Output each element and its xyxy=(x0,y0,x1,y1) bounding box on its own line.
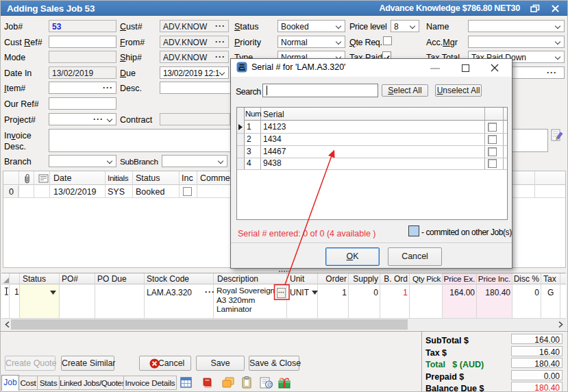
svg-text:@: @ xyxy=(267,381,273,388)
